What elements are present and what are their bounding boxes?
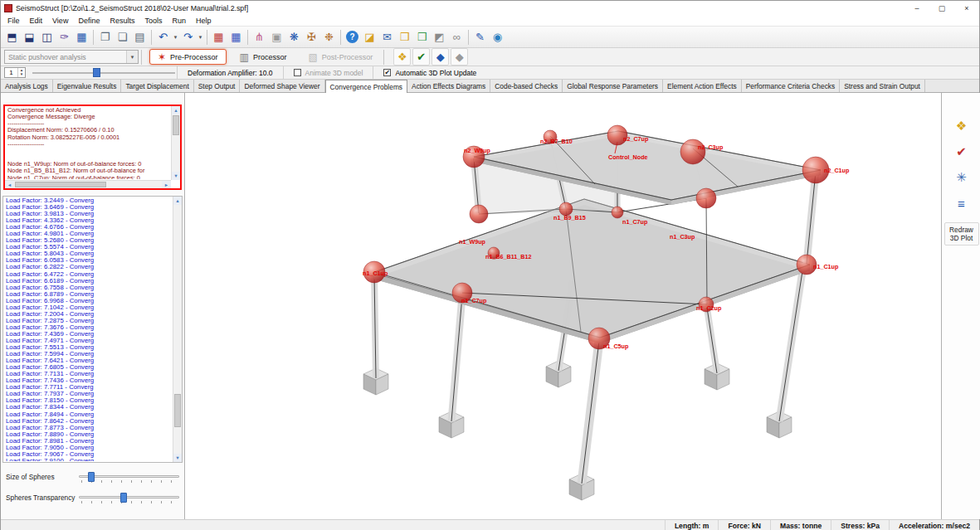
- scrollbar-thumb[interactable]: [15, 182, 106, 187]
- load-factor-row[interactable]: Load Factor: 3.2449 - Converg: [6, 197, 171, 204]
- convergence-hscrollbar[interactable]: ◄ ►: [5, 180, 171, 188]
- redo-icon[interactable]: ↷: [179, 28, 197, 46]
- load-factor-row[interactable]: Load Factor: 5.8043 - Converg: [6, 250, 171, 257]
- load-factor-row[interactable]: Load Factor: 7.9067 - Converg: [6, 451, 171, 458]
- tab-code-based-checks[interactable]: Code-based Checks: [490, 80, 563, 92]
- load-factor-row[interactable]: Load Factor: 7.8642 - Converg: [6, 418, 171, 425]
- gear-icon[interactable]: ❋: [285, 28, 303, 46]
- load-factor-row[interactable]: Load Factor: 7.4971 - Converg: [6, 338, 171, 344]
- diamond-blue-icon[interactable]: ◆: [431, 48, 449, 66]
- convergence-vscrollbar[interactable]: ▲ ▼: [171, 106, 180, 180]
- diamond-gray-icon[interactable]: ◆: [451, 48, 468, 66]
- spheres-transparency-slider[interactable]: [79, 491, 179, 504]
- paste-icon[interactable]: ❏: [114, 28, 131, 46]
- tab-analysis-logs[interactable]: Analysis Logs: [1, 80, 53, 92]
- load-factor-row[interactable]: Load Factor: 7.1042 - Converg: [6, 304, 171, 311]
- checklist-icon[interactable]: ✔: [951, 142, 973, 162]
- scrollbar-track[interactable]: [172, 114, 180, 172]
- output-table-icon[interactable]: ▦: [227, 28, 245, 46]
- tab-deformed-shape-viewer[interactable]: Deformed Shape Viewer: [240, 80, 324, 92]
- edit-pencil-icon[interactable]: ✎: [471, 28, 489, 46]
- package-yellow-icon[interactable]: ❒: [396, 28, 413, 46]
- export-model-icon[interactable]: ⬓: [21, 28, 38, 46]
- load-factor-row[interactable]: Load Factor: 6.2822 - Converg: [6, 264, 171, 270]
- processor-button[interactable]: ▥ Processor: [232, 49, 295, 65]
- scrollbar-thumb[interactable]: [174, 394, 181, 427]
- subdivide-icon[interactable]: ⋔: [251, 28, 268, 46]
- tab-step-output[interactable]: Step Output: [194, 80, 241, 92]
- tab-stress-and-strain-output[interactable]: Stress and Strain Output: [840, 80, 925, 92]
- menu-tools[interactable]: Tools: [139, 17, 167, 25]
- menu-edit[interactable]: Edit: [25, 17, 48, 25]
- minimize-button[interactable]: –: [904, 1, 929, 15]
- menu-define[interactable]: Define: [73, 17, 105, 25]
- solver-settings-icon[interactable]: ✠: [303, 28, 320, 46]
- redo-dropdown-icon[interactable]: ▼: [197, 28, 204, 46]
- load-factor-row[interactable]: Load Factor: 7.8344 - Converg: [6, 404, 171, 411]
- load-factor-row[interactable]: Load Factor: 3.6469 - Converg: [6, 204, 171, 211]
- tab-performance-criteria-checks[interactable]: Performance Criteria Checks: [742, 80, 841, 92]
- structural-model[interactable]: n2_W9upn2_B7_B10n2_C7upControl_Noden2_C3…: [185, 93, 941, 519]
- load-factor-row[interactable]: Load Factor: 7.7131 - Converg: [6, 371, 171, 377]
- post-processor-button[interactable]: ▧ Post-Processor: [300, 49, 381, 65]
- load-factor-row[interactable]: Load Factor: 3.9813 - Converg: [6, 211, 171, 217]
- load-factor-row[interactable]: Load Factor: 7.7436 - Converg: [6, 377, 171, 384]
- scrollbar-track[interactable]: [14, 181, 162, 188]
- menu-results[interactable]: Results: [105, 17, 139, 25]
- layers-icon[interactable]: ≡: [951, 193, 973, 213]
- 3d-viewport[interactable]: n2_W9upn2_B7_B10n2_C7upControl_Noden2_C3…: [185, 93, 941, 519]
- model-3d-icon[interactable]: ◩: [431, 28, 448, 46]
- scroll-down-icon[interactable]: ▼: [173, 454, 182, 462]
- menu-view[interactable]: View: [47, 17, 73, 25]
- globe-icon[interactable]: ◉: [489, 28, 506, 46]
- animate-3d-checkbox[interactable]: [294, 69, 301, 76]
- print-icon[interactable]: ▤: [131, 28, 149, 46]
- convergence-log-box[interactable]: Convergence not AchievedConvergence Mess…: [3, 105, 182, 190]
- load-factor-row[interactable]: Load Factor: 7.8890 - Converg: [6, 431, 171, 438]
- open-results-icon[interactable]: ◪: [361, 28, 378, 46]
- load-factor-row[interactable]: Load Factor: 7.3676 - Converg: [6, 324, 171, 331]
- scrollbar-thumb[interactable]: [173, 115, 179, 135]
- amplifier-spinner[interactable]: 1 ▲▼: [4, 67, 26, 78]
- scroll-up-icon[interactable]: ▲: [172, 106, 180, 114]
- wizard-icon[interactable]: ✑: [56, 28, 73, 46]
- load-factor-row[interactable]: Load Factor: 7.5994 - Converg: [6, 351, 171, 357]
- node-sphere[interactable]: [612, 207, 623, 218]
- load-factor-row[interactable]: Load Factor: 7.8981 - Converg: [6, 438, 171, 445]
- scroll-right-icon[interactable]: ►: [162, 181, 171, 188]
- load-factor-row[interactable]: Load Factor: 7.8494 - Converg: [6, 411, 171, 418]
- tab-action-effects-diagrams[interactable]: Action Effects Diagrams: [407, 80, 490, 92]
- load-factor-row[interactable]: Load Factor: 7.7711 - Converg: [6, 384, 171, 391]
- tab-element-action-effects[interactable]: Element Action Effects: [663, 80, 742, 92]
- amplifier-slider[interactable]: [31, 67, 177, 79]
- load-factor-row[interactable]: Load Factor: 5.5574 - Converg: [6, 244, 171, 250]
- menu-file[interactable]: File: [2, 17, 25, 25]
- scroll-down-icon[interactable]: ▼: [172, 172, 180, 180]
- package-green-icon[interactable]: ❒: [413, 28, 431, 46]
- load-factor-row[interactable]: Load Factor: 7.9100 - Converg: [6, 458, 171, 461]
- load-factor-row[interactable]: Load Factor: 6.0583 - Converg: [6, 257, 171, 264]
- load-factor-row[interactable]: Load Factor: 6.8789 - Converg: [6, 291, 171, 298]
- axes-3d-icon[interactable]: ❖: [951, 116, 973, 136]
- spinner-arrows-icon[interactable]: ▲▼: [17, 68, 25, 77]
- scroll-left-icon[interactable]: ◄: [5, 181, 14, 188]
- axes-3d-icon[interactable]: ❖: [393, 48, 411, 66]
- load-factor-row[interactable]: Load Factor: 7.5513 - Converg: [6, 344, 171, 351]
- load-factor-row[interactable]: Load Factor: 6.7558 - Converg: [6, 284, 171, 291]
- save-icon[interactable]: ▦: [73, 28, 90, 46]
- scroll-up-icon[interactable]: ▲: [173, 197, 182, 205]
- analysis-type-select[interactable]: Static pushover analysis ▼: [4, 50, 139, 64]
- load-factor-row[interactable]: Load Factor: 7.8773 - Converg: [6, 425, 171, 431]
- load-factor-row[interactable]: Load Factor: 4.9801 - Converg: [6, 231, 171, 237]
- menu-run[interactable]: Run: [167, 17, 191, 25]
- broom-icon[interactable]: ❉: [320, 28, 338, 46]
- load-factor-row[interactable]: Load Factor: 7.2004 - Converg: [6, 311, 171, 318]
- load-factor-row[interactable]: Load Factor: 7.6421 - Converg: [6, 357, 171, 364]
- slider-thumb[interactable]: [93, 68, 100, 77]
- undo-dropdown-icon[interactable]: ▼: [172, 28, 179, 46]
- pre-processor-button[interactable]: ✶ Pre-Processor: [149, 49, 227, 65]
- load-factor-vscrollbar[interactable]: ▲ ▼: [173, 197, 182, 462]
- load-factor-row[interactable]: Load Factor: 6.6189 - Converg: [6, 278, 171, 284]
- merge-model-icon[interactable]: ◫: [38, 28, 56, 46]
- node-sphere[interactable]: [470, 205, 488, 223]
